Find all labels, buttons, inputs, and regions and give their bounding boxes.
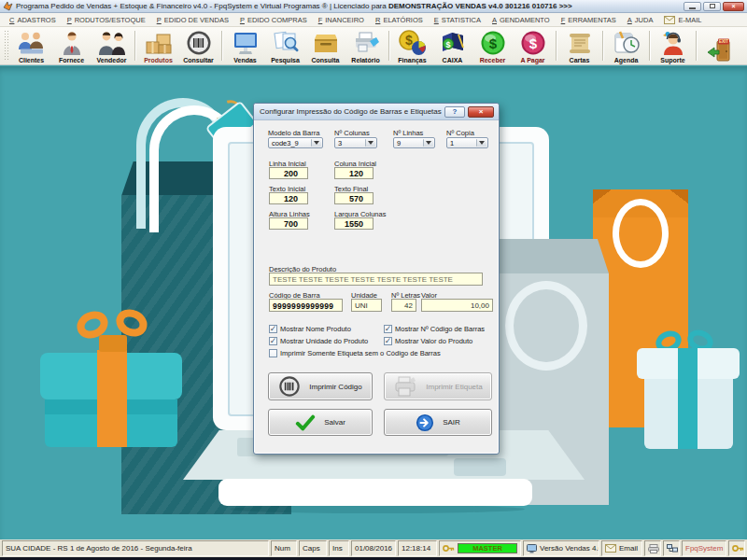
coluna-inicial-field[interactable]: 120: [334, 167, 374, 179]
chevron-down-icon[interactable]: [311, 139, 321, 147]
toolbar-label: Agenda: [614, 57, 639, 63]
checkbox-mostrar-n-c-digo-de-barras[interactable]: ✓Mostrar Nº Código de Barras: [384, 325, 485, 333]
toolbar-separator: [221, 31, 222, 61]
status-brand[interactable]: FpqSystem: [682, 540, 726, 556]
restore-button[interactable]: [703, 2, 721, 11]
close-button[interactable]: ×: [723, 2, 744, 11]
checked-checkbox-icon[interactable]: ✓: [269, 337, 277, 345]
toolbar-exit-button[interactable]: EXIT: [699, 27, 740, 64]
sair-button[interactable]: SAIR: [384, 409, 492, 436]
dialog-title: Configurar Impressão do Código de Barras…: [260, 107, 442, 116]
toolbar-consultar-button[interactable]: Consultar: [178, 27, 218, 64]
dialog-close-button[interactable]: ×: [468, 106, 494, 118]
search-docs-icon: [272, 30, 300, 56]
toolbar-relat-rio-button[interactable]: Relatório: [345, 27, 386, 64]
codigo-barra-field[interactable]: 9999999999999: [269, 299, 343, 312]
checkbox-mostrar-nome-produto[interactable]: ✓Mostrar Nome Produto: [269, 325, 351, 333]
toolbar-label: CAIXA: [443, 57, 463, 63]
toolbar-label: Vendas: [233, 57, 257, 63]
texto-final-field[interactable]: 570: [334, 192, 374, 204]
key-icon: [732, 544, 744, 553]
toolbar-clientes-button[interactable]: Clientes: [11, 27, 51, 64]
status-text: FpqSystem: [685, 544, 723, 553]
checkbox-mostrar-unidade-do-produto[interactable]: ✓Mostrar Unidade do Produto: [269, 337, 368, 345]
menu-relat-rios[interactable]: RELATÓRIOS: [370, 16, 429, 24]
menu-ferramentas[interactable]: FERRAMENTAS: [556, 16, 622, 24]
toolbar-consulta-button[interactable]: Consulta: [305, 27, 345, 64]
status-user: MASTER: [439, 540, 521, 556]
toolbar-cartas-button[interactable]: Cartas: [559, 27, 599, 64]
unchecked-checkbox-icon[interactable]: [269, 349, 277, 357]
status-email[interactable]: Email: [601, 540, 642, 556]
modelo-barra-select[interactable]: code3_9: [268, 137, 323, 148]
toolbar-caixa-button[interactable]: $CAIXA: [432, 27, 472, 64]
checked-checkbox-icon[interactable]: ✓: [269, 325, 277, 333]
n-copia-select[interactable]: 1: [446, 137, 488, 148]
exit-door-icon: EXIT: [706, 37, 734, 63]
toolbar-label: Relatório: [351, 57, 379, 63]
minimize-button[interactable]: [684, 2, 701, 11]
imprimir-c-digo-button[interactable]: Imprimir Código: [268, 372, 373, 400]
toolbar-fornece-button[interactable]: Fornece: [51, 27, 92, 64]
checkbox-mostrar-valor-do-produto[interactable]: ✓Mostrar Valor do Produto: [384, 337, 472, 345]
button-label: SAIR: [443, 418, 460, 427]
toolbar-label: Pesquisa: [271, 57, 300, 63]
menu-e-mail[interactable]: E-MAIL: [658, 16, 707, 24]
n-letras-field[interactable]: 42: [391, 299, 416, 312]
toolbar-produtos-button[interactable]: Produtos: [138, 27, 178, 64]
dollar-green-icon: $: [480, 30, 506, 56]
altura-linhas-field[interactable]: 700: [269, 217, 308, 230]
toolbar-grip: [4, 30, 9, 62]
n-linhas-select[interactable]: 9: [393, 137, 435, 148]
salvar-button[interactable]: Salvar: [268, 409, 373, 436]
status-ins: Ins: [329, 540, 349, 556]
n-linhas-label: Nº Linhas: [393, 129, 423, 137]
toolbar-suporte-button[interactable]: Suporte: [653, 27, 693, 64]
toolbar-agenda-button[interactable]: Agenda: [606, 27, 646, 64]
toolbar-receber-button[interactable]: $Receber: [472, 27, 513, 64]
help-button[interactable]: ?: [444, 106, 465, 118]
dollar-red-icon: $: [520, 30, 546, 56]
teal-gift-knot: [99, 335, 127, 352]
menu-pedido-compras[interactable]: PEDIDO COMPRAS: [234, 16, 313, 24]
status-printer[interactable]: [644, 540, 661, 556]
drawer-icon: [312, 30, 340, 56]
cashbook-icon: $: [440, 30, 466, 56]
toolbar-vendas-button[interactable]: Vendas: [225, 27, 265, 64]
status-network[interactable]: [663, 540, 680, 556]
network-icon: [667, 544, 678, 553]
checked-checkbox-icon[interactable]: ✓: [384, 325, 392, 333]
monitor-icon: [232, 30, 260, 56]
workspace-background: Configurar Impressão do Código de Barras…: [0, 66, 747, 539]
status-text: Caps: [303, 544, 320, 553]
menu-pedido-de-vendas[interactable]: PEDIDO DE VENDAS: [151, 16, 234, 24]
app-icon: [3, 1, 13, 11]
menu-ajuda[interactable]: AJUDA: [622, 16, 659, 24]
checked-checkbox-icon[interactable]: ✓: [384, 337, 392, 345]
checkbox-imprimir-somente-etiqueta-sem-o-c-digo-de-barras[interactable]: Imprimir Somente Etiqueta sem o Código d…: [269, 349, 441, 357]
toolbar-pesquisa-button[interactable]: Pesquisa: [265, 27, 305, 64]
dialog-titlebar[interactable]: Configurar Impressão do Código de Barras…: [254, 104, 499, 120]
linha-inicial-field[interactable]: 200: [269, 167, 308, 179]
menu-cadastros[interactable]: CADASTROS: [4, 16, 62, 24]
menu-financeiro[interactable]: FINANCEIRO: [313, 16, 370, 24]
unidade-field[interactable]: UNI: [351, 299, 382, 312]
chevron-down-icon[interactable]: [365, 139, 375, 147]
descricao-produto-field[interactable]: TESTE TESTE TESTE TESTE TESTE TESTE TEST…: [269, 273, 483, 286]
chevron-down-icon[interactable]: [423, 139, 433, 147]
toolbar-separator: [388, 31, 389, 61]
toolbar-vendedor-button[interactable]: Vendedor: [92, 27, 132, 64]
n-linhas-value: 9: [397, 139, 401, 147]
chevron-down-icon[interactable]: [476, 139, 486, 147]
report-icon: [352, 30, 380, 56]
valor-field[interactable]: 10,00: [421, 299, 493, 312]
support-icon: [660, 30, 686, 56]
texto-inicial-field[interactable]: 120: [269, 192, 308, 204]
menu-produtos-estoque[interactable]: PRODUTOS/ESTOQUE: [62, 16, 151, 24]
menu-estatistica[interactable]: ESTATISTICA: [429, 16, 486, 24]
menu-agendamento[interactable]: AGENDAMENTO: [486, 16, 556, 24]
toolbar-a-pagar-button[interactable]: $A Pagar: [513, 27, 553, 64]
largura-colunas-field[interactable]: 1550: [334, 217, 374, 230]
n-colunas-select[interactable]: 3: [334, 137, 377, 148]
toolbar-finan-as-button[interactable]: $Finanças: [392, 27, 432, 64]
